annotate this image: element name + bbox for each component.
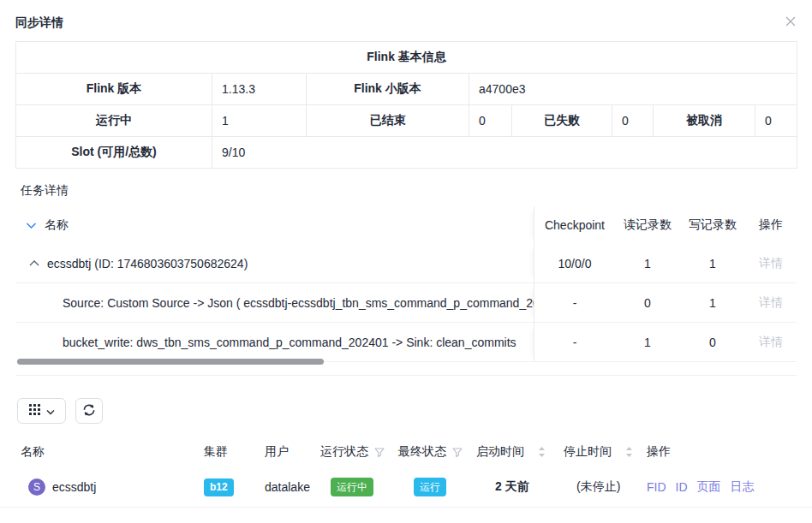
canceled-label: 被取消 xyxy=(654,105,755,137)
sorter-icon[interactable] xyxy=(538,446,546,458)
task-write-count: 0 xyxy=(680,323,745,361)
fid-link[interactable]: FID xyxy=(647,480,666,494)
jobs-table-header: 名称 集群 用户 运行状态 最终状态 启动时间 停止时间 操作 xyxy=(0,437,812,467)
flink-version-label: Flink 版本 xyxy=(16,74,212,105)
running-label: 运行中 xyxy=(16,105,212,137)
section-divider xyxy=(15,375,797,376)
flink-version-value: 1.13.3 xyxy=(212,74,307,105)
jobs-col-name: 名称 xyxy=(0,444,204,460)
column-settings-button[interactable] xyxy=(17,398,66,424)
run-status-badge: 运行中 xyxy=(331,478,373,496)
task-read-count: 1 xyxy=(615,244,680,282)
task-col-name: 名称 xyxy=(45,217,69,233)
modal-header: 同步详情 xyxy=(0,0,812,29)
task-read-count: 0 xyxy=(615,283,680,322)
task-col-write: 写记录数 xyxy=(680,206,745,244)
slot-label: Slot (可用/总数) xyxy=(16,137,212,169)
task-checkpoint: - xyxy=(534,323,615,361)
task-checkpoint: 10/0/0 xyxy=(534,244,615,282)
jobs-col-start-time: 启动时间 xyxy=(476,444,524,460)
modal-title: 同步详情 xyxy=(15,15,63,29)
task-table: 名称 Checkpoint 读记录数 写记录数 操作 ecssdbtj (ID:… xyxy=(15,206,797,362)
failed-value: 0 xyxy=(612,105,654,137)
close-icon[interactable] xyxy=(784,15,797,28)
task-name: bucket_write: dws_tbn_sms_command_p_comm… xyxy=(63,336,516,349)
flink-minor-version-label: Flink 小版本 xyxy=(307,74,469,105)
refresh-icon xyxy=(82,403,96,419)
page-link[interactable]: 页面 xyxy=(697,479,721,495)
task-row-sink: bucket_write: dws_tbn_sms_command_p_comm… xyxy=(15,323,797,362)
jobs-col-user: 用户 xyxy=(265,444,320,460)
cluster-badge: b12 xyxy=(204,478,234,496)
id-link[interactable]: ID xyxy=(676,480,688,494)
task-col-read: 读记录数 xyxy=(615,206,680,244)
toolbar xyxy=(17,398,812,424)
task-table-header: 名称 Checkpoint 读记录数 写记录数 操作 xyxy=(15,206,797,244)
jobs-col-final-status: 最终状态 xyxy=(398,444,446,460)
finished-value: 0 xyxy=(469,105,512,137)
task-read-count: 1 xyxy=(615,323,680,361)
final-status-badge: 运行 xyxy=(414,478,446,496)
task-col-actions: 操作 xyxy=(745,206,797,244)
job-row: S ecssdbtj b12 datalake 运行中 运行 2 天前 (未停止… xyxy=(0,467,812,508)
filter-icon[interactable] xyxy=(374,448,385,457)
flink-info-title: Flink 基本信息 xyxy=(16,42,797,74)
canceled-value: 0 xyxy=(755,105,797,137)
task-detail-link[interactable]: 详情 xyxy=(759,256,783,271)
task-name: Source: Custom Source -> Json ( ecssdbtj… xyxy=(63,296,534,310)
task-write-count: 1 xyxy=(680,244,745,282)
flink-minor-version-value: a4700e3 xyxy=(469,74,797,105)
flink-info-table: Flink 基本信息 Flink 版本 1.13.3 Flink 小版本 a47… xyxy=(15,41,797,169)
expand-all-icon[interactable] xyxy=(26,222,37,229)
task-checkpoint: - xyxy=(534,283,615,322)
refresh-button[interactable] xyxy=(75,398,103,424)
task-name: ecssdbtj (ID: 1746803603750682624) xyxy=(47,257,248,270)
job-start-time: 2 天前 xyxy=(476,479,564,495)
finished-label: 已结束 xyxy=(307,105,469,137)
task-detail-link[interactable]: 详情 xyxy=(759,335,783,350)
jobs-table: 名称 集群 用户 运行状态 最终状态 启动时间 停止时间 操作 xyxy=(0,437,812,508)
job-user: datalake xyxy=(265,480,320,494)
chevron-down-icon xyxy=(46,405,55,418)
collapse-row-icon[interactable] xyxy=(29,259,39,267)
task-detail-link[interactable]: 详情 xyxy=(759,295,783,311)
jobs-col-cluster: 集群 xyxy=(204,444,265,460)
task-row-source: Source: Custom Source -> Json ( ecssdbtj… xyxy=(15,283,797,323)
jobs-col-stop-time: 停止时间 xyxy=(564,444,612,460)
sorter-icon[interactable] xyxy=(625,446,633,458)
running-value: 1 xyxy=(212,105,307,137)
filter-icon[interactable] xyxy=(452,448,463,457)
jobs-col-actions: 操作 xyxy=(647,444,791,460)
task-row-parent: ecssdbtj (ID: 1746803603750682624) 10/0/… xyxy=(15,244,797,283)
task-details-label: 任务详情 xyxy=(21,181,812,199)
task-col-checkpoint: Checkpoint xyxy=(534,206,615,244)
slot-value: 9/10 xyxy=(212,137,797,169)
log-link[interactable]: 日志 xyxy=(731,479,755,495)
job-name: ecssdbtj xyxy=(52,480,96,494)
job-stop-time: (未停止) xyxy=(564,479,647,495)
avatar: S xyxy=(28,478,45,496)
jobs-col-run-status: 运行状态 xyxy=(320,444,368,460)
grid-icon xyxy=(29,404,40,418)
horizontal-scrollbar-thumb[interactable] xyxy=(17,359,324,365)
task-write-count: 1 xyxy=(680,283,745,322)
failed-label: 已失败 xyxy=(512,105,612,137)
